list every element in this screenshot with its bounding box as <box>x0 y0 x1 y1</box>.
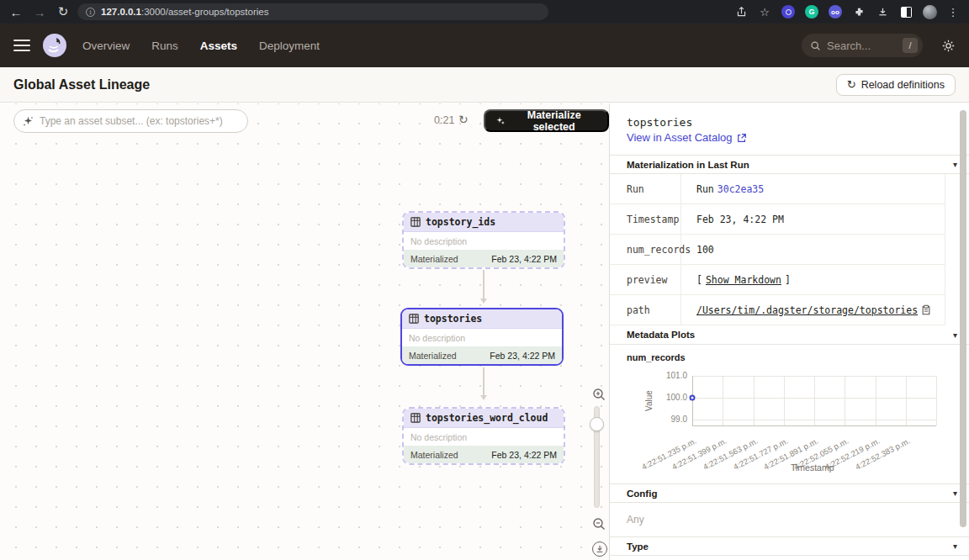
search-shortcut-key: / <box>903 38 918 53</box>
edge-topstories-to-word-cloud <box>483 367 484 399</box>
asset-node-description: No description <box>402 329 562 346</box>
meta-row-path: path /Users/tim/.dagster/storage/topstor… <box>610 295 945 325</box>
zoom-in-icon[interactable] <box>592 388 606 401</box>
global-search-input[interactable]: Search... / <box>802 34 923 57</box>
chevron-down-icon: ▾ <box>953 542 957 551</box>
asset-node-topstory-ids[interactable]: topstory_ids No description Materialized… <box>402 211 565 269</box>
page-title: Global Asset Lineage <box>13 77 150 92</box>
x-axis-label: Timestamp <box>791 462 834 473</box>
asset-details-panel: topstories View in Asset Catalog Materia… <box>610 103 969 560</box>
asset-node-description: No description <box>404 232 564 250</box>
profile-avatar[interactable] <box>920 3 939 21</box>
lineage-graph[interactable]: Type an asset subset... (ex: topstories+… <box>0 103 609 560</box>
browser-back-icon[interactable]: ← <box>7 3 25 21</box>
page-header: Global Asset Lineage ↻ Reload definition… <box>0 67 969 103</box>
run-id-link[interactable]: 30c2ea35 <box>717 183 764 195</box>
config-value: Any <box>610 503 969 536</box>
app-nav: Overview Runs Assets Deployment Search..… <box>0 24 969 67</box>
chevron-down-icon: ▾ <box>953 489 957 498</box>
reload-definitions-button[interactable]: ↻ Reload definitions <box>836 74 956 96</box>
section-metadata-plots[interactable]: Metadata Plots ▾ <box>610 325 969 345</box>
bookmark-star-icon[interactable]: ☆ <box>755 3 774 21</box>
site-info-icon[interactable]: i <box>86 8 95 17</box>
asset-node-status: Materialized <box>410 450 458 460</box>
asset-title: topstories <box>627 116 952 129</box>
asset-node-name: topstories <box>424 313 482 325</box>
metadata-chart: 101.0100.099.04:22:51.235 p.m.4:22:51.39… <box>618 364 962 476</box>
section-type[interactable]: Type ▾ <box>610 536 969 556</box>
asset-node-timestamp: Feb 23, 4:22 PM <box>490 351 555 361</box>
data-point <box>690 395 696 401</box>
nav-tab-runs[interactable]: Runs <box>151 40 178 52</box>
view-in-asset-catalog-link[interactable]: View in Asset Catalog <box>627 131 747 144</box>
asset-node-topstories[interactable]: topstories No description Materialized F… <box>400 308 564 366</box>
share-icon[interactable] <box>732 3 750 21</box>
meta-row-run: Run Run 30c2ea35 <box>610 174 945 204</box>
downloads-icon[interactable] <box>873 3 892 21</box>
nav-tab-assets[interactable]: Assets <box>200 40 237 52</box>
chevron-down-icon: ▾ <box>953 330 957 340</box>
address-bar[interactable]: i 127.0.0.1:3000/asset-groups/topstories <box>77 3 548 20</box>
edge-topstory-ids-to-topstories <box>483 270 484 302</box>
side-panel-icon[interactable] <box>897 3 915 21</box>
asset-node-timestamp: Feb 23, 4:22 PM <box>491 450 557 460</box>
reload-icon: ↻ <box>847 78 856 91</box>
meta-row-preview: preview [Show Markdown] <box>610 265 945 295</box>
search-icon <box>810 40 821 51</box>
y-tick-label: 100.0 <box>659 393 687 402</box>
extensions-puzzle-icon[interactable] <box>850 3 868 21</box>
y-tick-label: 101.0 <box>659 371 687 380</box>
extension-grammarly-icon[interactable]: G <box>802 3 821 21</box>
graph-refresh-icon[interactable]: ↻ <box>458 113 469 126</box>
nav-tab-overview[interactable]: Overview <box>82 40 130 52</box>
y-axis-label: Value <box>644 390 654 411</box>
settings-gear-icon[interactable] <box>941 39 956 53</box>
url-text: 127.0.0.1:3000/asset-groups/topstories <box>101 7 268 17</box>
asset-node-status: Materialized <box>409 351 457 361</box>
zoom-to-fit-button[interactable] <box>592 542 607 557</box>
asset-filter-wand-icon <box>23 116 34 127</box>
asset-subset-input[interactable]: Type an asset subset... (ex: topstories+… <box>13 109 248 133</box>
panel-scrollbar[interactable] <box>960 110 966 527</box>
path-link[interactable]: /Users/tim/.dagster/storage/topstories <box>696 304 918 316</box>
table-icon <box>410 217 421 227</box>
section-config[interactable]: Config ▾ <box>610 483 969 503</box>
browser-forward-icon[interactable]: → <box>30 3 49 21</box>
browser-menu-icon[interactable]: ⋮ <box>944 3 962 21</box>
asset-node-topstories-word-cloud[interactable]: topstories_word_cloud No description Mat… <box>402 407 565 465</box>
asset-node-name: topstory_ids <box>426 216 495 228</box>
hamburger-menu-icon[interactable] <box>13 40 30 51</box>
graph-timer: 0:21 <box>434 114 454 126</box>
nav-tab-deployment[interactable]: Deployment <box>259 40 320 52</box>
asset-node-description: No description <box>404 428 564 446</box>
browser-toolbar: ← → ↻ i 127.0.0.1:3000/asset-groups/tops… <box>0 0 969 24</box>
table-icon <box>410 413 421 423</box>
table-icon <box>409 314 419 324</box>
materialize-selected-button[interactable]: Materialize selected <box>484 109 609 132</box>
zoom-out-icon[interactable] <box>592 517 606 531</box>
meta-row-num-records: num_records 100 <box>610 235 945 265</box>
chevron-down-icon: ▾ <box>953 160 957 169</box>
plot-name-label: num_records <box>627 352 952 362</box>
show-markdown-link[interactable]: Show Markdown <box>706 274 781 286</box>
asset-node-timestamp: Feb 23, 4:22 PM <box>491 254 557 264</box>
asset-node-name: topstories_word_cloud <box>426 412 548 424</box>
external-link-icon <box>737 133 747 143</box>
asset-subset-placeholder: Type an asset subset... (ex: topstories+… <box>40 115 223 127</box>
extension-glasses-icon[interactable]: oo <box>826 3 845 21</box>
asset-node-status: Materialized <box>410 254 458 264</box>
y-tick-label: 99.0 <box>659 415 687 424</box>
meta-row-timestamp: Timestamp Feb 23, 4:22 PM <box>610 204 945 235</box>
copy-icon[interactable] <box>921 304 931 315</box>
browser-reload-icon[interactable]: ↻ <box>54 3 72 21</box>
search-placeholder: Search... <box>827 40 897 52</box>
dagster-logo[interactable] <box>42 33 67 58</box>
zoom-slider-thumb[interactable] <box>590 417 604 431</box>
extension-password-icon[interactable] <box>779 3 797 21</box>
sparkle-icon <box>495 115 505 126</box>
section-materialization[interactable]: Materialization in Last Run ▾ <box>610 155 969 174</box>
